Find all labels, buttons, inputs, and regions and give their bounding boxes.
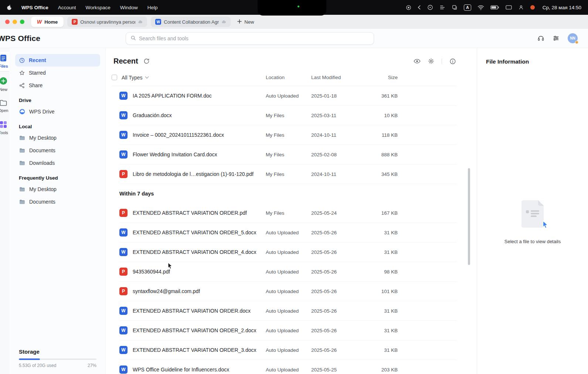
file-size: 345 KB xyxy=(367,171,398,177)
rail-item-new[interactable]: New xyxy=(0,77,9,92)
file-row[interactable]: W EXTENDED ABSTRACT VARIATION ORDER_4.do… xyxy=(119,242,456,262)
menu-lines-icon[interactable] xyxy=(439,4,445,10)
file-name: Flower Wedding Invitation Card.docx xyxy=(133,152,217,157)
refresh-icon[interactable] xyxy=(143,58,150,64)
file-row[interactable]: W Flower Wedding Invitation Card.docx My… xyxy=(119,145,456,164)
menubar-app-name[interactable]: WPS Office xyxy=(21,5,48,10)
folder-icon xyxy=(19,160,26,166)
file-row[interactable]: W EXTENDED ABSTRACT VARIATION ORDER.docx… xyxy=(119,301,456,321)
file-type-letter: P xyxy=(122,171,125,177)
file-type-letter: W xyxy=(121,367,125,372)
file-location: Auto Uploaded xyxy=(266,269,311,275)
sidebar-item-frequent-documents[interactable]: Documents xyxy=(15,196,100,208)
folder-icon xyxy=(19,186,26,193)
files-icon xyxy=(0,54,7,62)
sidebar-frequent-documents-label: Documents xyxy=(29,199,55,205)
sidebar-item-wps-drive[interactable]: WPS Drive xyxy=(15,105,100,118)
chevron-left-icon[interactable] xyxy=(418,5,421,10)
tab-home[interactable]: W Home xyxy=(31,17,64,27)
support-headset-icon[interactable] xyxy=(537,35,544,42)
app-indicator-icon[interactable] xyxy=(530,5,535,10)
sidebar-item-downloads[interactable]: Downloads xyxy=(15,157,100,169)
view-settings-gear-icon[interactable] xyxy=(428,58,434,64)
input-source-icon[interactable]: A xyxy=(464,4,471,11)
tab-cloud-icon xyxy=(138,19,143,25)
file-row[interactable]: W Graduación.docx My Files 2025-03-11 10… xyxy=(119,106,456,125)
close-window-button[interactable] xyxy=(5,20,10,24)
recent-clock-icon xyxy=(19,57,25,64)
rail-item-open[interactable]: Open xyxy=(0,100,9,113)
file-location: Auto Uploaded xyxy=(266,308,311,314)
vertical-scrollbar[interactable] xyxy=(468,168,470,265)
file-row[interactable]: W IA 2025 APPLICATION FORM.doc Auto Uplo… xyxy=(119,86,456,106)
new-tab-button[interactable]: New xyxy=(237,19,254,25)
layers-icon[interactable] xyxy=(452,4,458,10)
file-row[interactable]: W EXTENDED ABSTRACT VARIATION ORDER_3.do… xyxy=(119,340,456,360)
file-modified: 2025-05-26 xyxy=(311,269,367,275)
file-name: syntaxflow24@gmail.com.pdf xyxy=(133,288,200,294)
sidebar-item-recent[interactable]: Recent xyxy=(15,54,100,67)
word-file-icon: W xyxy=(119,346,128,354)
file-row[interactable]: P Libro de metodologia de l…estigacion (… xyxy=(119,164,456,184)
chevron-down-icon xyxy=(145,75,149,79)
menu-window[interactable]: Window xyxy=(120,5,138,10)
search-bar[interactable] xyxy=(126,32,374,45)
sidebar-item-starred[interactable]: Starred xyxy=(15,67,100,79)
sidebar-item-frequent-my-desktop[interactable]: My Desktop xyxy=(15,183,100,196)
menu-account[interactable]: Account xyxy=(58,5,76,10)
file-location: My Files xyxy=(266,113,311,118)
menu-workspace[interactable]: Workspace xyxy=(86,5,111,10)
empty-document-illustration xyxy=(521,200,544,228)
sidebar-item-share[interactable]: Share xyxy=(15,79,100,92)
rail-item-files[interactable]: Files xyxy=(0,52,9,71)
file-modified: 2025-05-26 xyxy=(311,249,367,255)
menubar-clock[interactable]: Ср, 28 мая 14:50 xyxy=(543,5,581,10)
tab-document-2[interactable]: W Content Collaboration Agreem xyxy=(151,17,231,27)
pdf-file-icon: P xyxy=(72,19,78,25)
mouse-cursor xyxy=(167,262,173,271)
preview-eye-icon[interactable] xyxy=(414,58,421,65)
file-name: EXTENDED ABSTRACT VARIATION ORDER.docx xyxy=(133,308,251,314)
user-switch-icon[interactable] xyxy=(518,4,524,10)
file-modified: 2025-02-08 xyxy=(311,152,367,157)
file-row[interactable]: P EXTENDED ABSTRACT VARIATION ORDER.pdf … xyxy=(119,203,456,223)
wifi-icon[interactable] xyxy=(477,4,484,11)
play-circle-icon[interactable] xyxy=(427,4,433,10)
type-filter-dropdown[interactable]: All Types xyxy=(122,75,148,81)
file-type-letter: W xyxy=(121,113,125,118)
search-input[interactable] xyxy=(139,35,369,41)
battery-icon[interactable] xyxy=(490,5,499,10)
sidebar-item-documents[interactable]: Documents xyxy=(15,144,100,157)
word-file-icon: W xyxy=(119,131,128,139)
tab-document-1[interactable]: P Osnovi upravlinnya personalo xyxy=(67,17,147,27)
file-name: Libro de metodologia de l…estigacion (1)… xyxy=(133,171,254,177)
rail-item-tools[interactable]: Tools xyxy=(0,121,9,135)
file-size: 31 KB xyxy=(367,230,398,235)
select-all-checkbox[interactable] xyxy=(112,75,117,80)
sidebar-item-my-desktop[interactable]: My Desktop xyxy=(15,132,100,144)
file-modified: 2024-10-11 xyxy=(311,171,367,177)
wps-logo-icon: W xyxy=(37,19,42,25)
word-file-icon: W xyxy=(119,111,128,119)
user-avatar[interactable]: NN xyxy=(568,33,578,43)
file-row[interactable]: W WPS Office Guideline for Influencers.d… xyxy=(119,360,456,374)
info-icon[interactable] xyxy=(449,58,456,65)
zoom-window-button[interactable] xyxy=(20,20,24,24)
file-row[interactable]: W EXTENDED ABSTRACT VARIATION ORDER_2.do… xyxy=(119,321,456,340)
file-row[interactable]: P syntaxflow24@gmail.com.pdf Auto Upload… xyxy=(119,282,456,301)
type-filter-label: All Types xyxy=(122,75,143,81)
file-type-letter: W xyxy=(121,328,125,333)
screen-record-stop-icon[interactable] xyxy=(406,5,411,10)
menu-help[interactable]: Help xyxy=(147,5,158,10)
settings-sliders-icon[interactable] xyxy=(553,35,560,42)
apple-logo-icon[interactable] xyxy=(7,4,12,10)
minimize-window-button[interactable] xyxy=(13,20,17,24)
storage-percent: 27% xyxy=(88,363,96,368)
display-icon[interactable] xyxy=(506,5,512,10)
file-row[interactable]: W EXTENDED ABSTRACT VARIATION ORDER_5.do… xyxy=(119,223,456,242)
file-type-letter: W xyxy=(121,132,125,137)
share-icon xyxy=(19,82,25,89)
window-controls xyxy=(5,20,24,24)
app-header: WPS Office NN xyxy=(0,29,588,48)
file-row[interactable]: W Invoice – 0002_202410111522361.docx My… xyxy=(119,125,456,145)
